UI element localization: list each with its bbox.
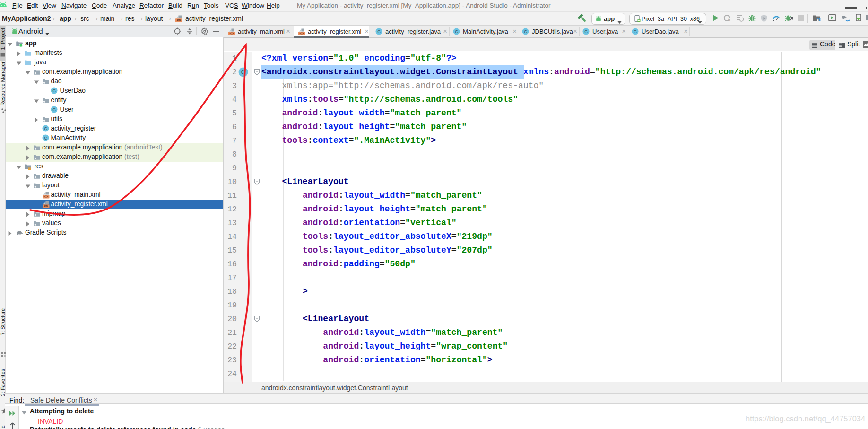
svg-text:C: C bbox=[44, 126, 47, 131]
svg-text:<>: <> bbox=[176, 18, 181, 22]
svg-text:C: C bbox=[241, 69, 245, 76]
svg-text:C: C bbox=[52, 88, 56, 93]
svg-text:A: A bbox=[728, 18, 730, 22]
svg-text:<>: <> bbox=[229, 31, 234, 35]
svg-text:<>: <> bbox=[43, 194, 48, 199]
svg-text:C: C bbox=[44, 136, 47, 140]
svg-text:C: C bbox=[584, 29, 588, 34]
svg-text:C: C bbox=[455, 29, 458, 34]
svg-text:C: C bbox=[377, 29, 381, 34]
svg-text:C: C bbox=[52, 107, 56, 112]
svg-text:C: C bbox=[634, 29, 637, 34]
svg-text:+: + bbox=[638, 19, 640, 22]
svg-text:<>: <> bbox=[299, 31, 304, 35]
svg-text:<>: <> bbox=[43, 204, 48, 208]
svg-text:C: C bbox=[524, 29, 527, 34]
